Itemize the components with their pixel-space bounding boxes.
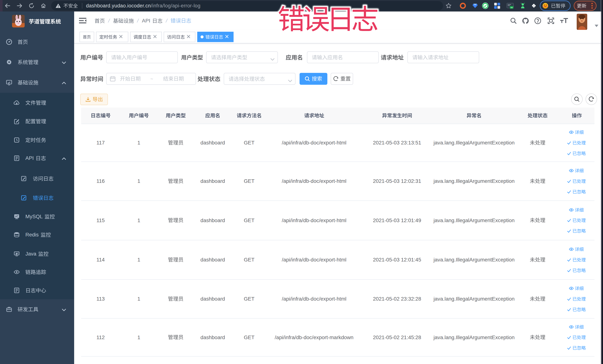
svg-text:on: on (510, 6, 513, 9)
